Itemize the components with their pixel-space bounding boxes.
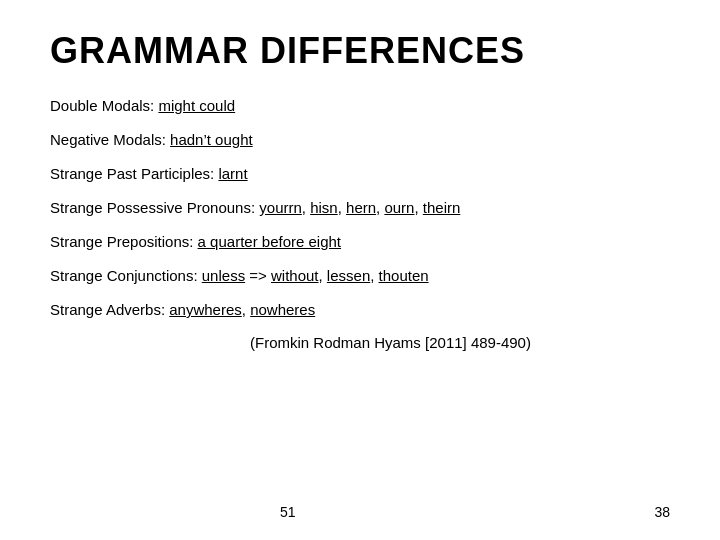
item-strange-adverbs: Strange Adverbs: anywheres, nowheres [50, 298, 670, 322]
word-without: without [271, 267, 319, 284]
label-strange-possessive: Strange Possessive Pronouns: [50, 199, 259, 216]
content-area: Double Modals: might could Negative Moda… [50, 94, 670, 510]
word-hern: hern [346, 199, 376, 216]
label-strange-conjunctions: Strange Conjunctions: [50, 267, 202, 284]
label-strange-prepositions: Strange Prepositions: [50, 233, 198, 250]
label-strange-adverbs: Strange Adverbs: [50, 301, 169, 318]
item-negative-modals: Negative Modals: hadn’t ought [50, 128, 670, 152]
content-strange-prepositions: a quarter before eight [198, 233, 341, 250]
item-strange-past: Strange Past Participles: larnt [50, 162, 670, 186]
citation: (Fromkin Rodman Hyams [2011] 489-490) [250, 334, 670, 351]
word-thouten: thouten [379, 267, 429, 284]
slide-title: GRAMMAR DIFFERENCES [50, 30, 670, 72]
page-number-right: 38 [654, 504, 670, 520]
content-double-modals: might could [158, 97, 235, 114]
label-double-modals: Double Modals: [50, 97, 158, 114]
label-negative-modals: Negative Modals: [50, 131, 170, 148]
word-ourn: ourn [384, 199, 414, 216]
slide: GRAMMAR DIFFERENCES Double Modals: might… [0, 0, 720, 540]
item-strange-possessive: Strange Possessive Pronouns: yourrn, his… [50, 196, 670, 220]
word-anywheres: anywheres [169, 301, 242, 318]
word-yourrn: yourrn [259, 199, 302, 216]
content-negative-modals: hadn’t ought [170, 131, 253, 148]
word-lessen: lessen [327, 267, 370, 284]
page-number-left: 51 [280, 504, 296, 520]
word-hisn: hisn [310, 199, 338, 216]
word-unless: unless [202, 267, 245, 284]
label-strange-past: Strange Past Participles: [50, 165, 218, 182]
item-double-modals: Double Modals: might could [50, 94, 670, 118]
content-strange-past: larnt [218, 165, 247, 182]
word-theirn: theirn [423, 199, 461, 216]
item-strange-prepositions: Strange Prepositions: a quarter before e… [50, 230, 670, 254]
item-strange-conjunctions: Strange Conjunctions: unless => without,… [50, 264, 670, 288]
word-nowheres: nowheres [250, 301, 315, 318]
